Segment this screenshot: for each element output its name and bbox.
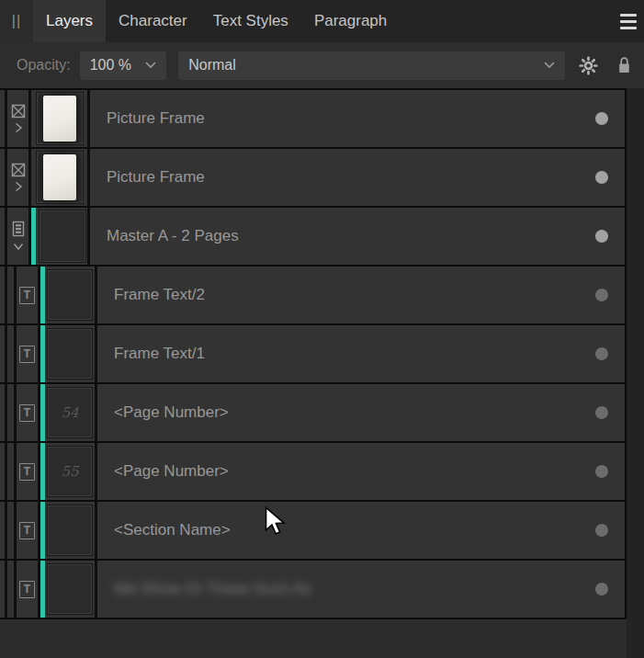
visibility-dot[interactable] [595, 230, 608, 243]
chevron-down-icon [145, 62, 156, 69]
row-edge [0, 149, 7, 206]
layer-thumbnail: 55 [40, 443, 97, 500]
layer-controls-row: Opacity: 100 % Normal [0, 42, 644, 88]
row-indent [7, 325, 17, 382]
row-indent [7, 384, 17, 441]
tab-layers[interactable]: Layers [33, 0, 106, 42]
master-page-icon [11, 221, 26, 237]
text-layer-icon: T [19, 463, 35, 481]
visibility-dot[interactable] [595, 112, 608, 125]
tab-text-styles[interactable]: Text Styles [200, 0, 301, 42]
row-edge [0, 90, 7, 147]
selection-stripe [40, 384, 45, 441]
thumbnail-empty [48, 329, 92, 379]
thumbnail-empty [48, 505, 92, 555]
row-edge [0, 267, 7, 323]
expand-chevron-right-icon[interactable] [12, 180, 25, 193]
thumbnail-empty [48, 564, 92, 614]
layer-thumbnail [40, 325, 97, 382]
row-edge [0, 325, 7, 382]
text-layer-icon: T [19, 287, 35, 304]
tab-character[interactable]: Character [106, 0, 200, 42]
panel-bottom-area [0, 638, 627, 658]
row-edge [0, 208, 7, 265]
thumbnail-page-number: 54 [61, 404, 78, 421]
text-layer-icon: T [19, 346, 35, 363]
expand-chevron-right-icon[interactable] [12, 121, 25, 134]
row-edge [0, 384, 7, 441]
thumbnail-photo [43, 154, 76, 200]
layer-thumbnail: 54 [40, 384, 97, 441]
row-edge [0, 561, 7, 618]
thumbnail-page-number: 55 [61, 463, 78, 480]
layer-row-section-name[interactable]: T <Section Name> [0, 502, 627, 561]
row-edge [0, 443, 7, 500]
blend-mode-value: Normal [188, 57, 236, 74]
tab-paragraph[interactable]: Paragraph [301, 0, 400, 42]
layer-row-frame-text-2[interactable]: T Frame Text/2 [0, 267, 627, 325]
opacity-label: Opacity: [17, 57, 71, 74]
row-indent [7, 561, 17, 618]
selection-stripe [31, 208, 36, 265]
lock-icon[interactable] [614, 56, 635, 74]
row-indent [7, 443, 17, 500]
layers-list: Picture Frame Picture Frame [0, 88, 627, 619]
picture-frame-icon [11, 104, 26, 119]
layer-label: <Section Name> [97, 502, 579, 559]
visibility-dot[interactable] [595, 406, 608, 419]
opacity-value: 100 % [90, 57, 131, 74]
visibility-dot[interactable] [595, 347, 608, 360]
opacity-dropdown[interactable]: 100 % [80, 51, 167, 80]
blend-mode-dropdown[interactable]: Normal [178, 51, 564, 80]
visibility-dot[interactable] [595, 583, 608, 596]
text-layer-icon: T [19, 404, 35, 422]
text-layer-icon: T [19, 522, 35, 539]
selection-stripe [40, 443, 45, 500]
layer-label-blurred: We Show Or These Such As [97, 561, 579, 618]
layer-row-picture-frame-1[interactable]: Picture Frame [0, 90, 627, 149]
thumbnail-empty [48, 270, 92, 320]
layer-thumbnail [31, 208, 90, 265]
panel-tab-bar: || Layers Character Text Styles Paragrap… [0, 0, 644, 42]
layer-row-master-a[interactable]: Master A - 2 Pages [0, 208, 627, 267]
layer-label: Frame Text/1 [97, 325, 579, 382]
chevron-down-icon [544, 62, 555, 69]
visibility-dot[interactable] [595, 171, 608, 184]
row-edge [0, 502, 7, 559]
panel-drag-handle[interactable]: || [0, 0, 33, 42]
row-indent [7, 267, 17, 323]
tabbar-spacer [400, 0, 613, 42]
expand-chevron-down-icon[interactable] [12, 240, 25, 253]
layer-thumbnail [31, 149, 90, 206]
layer-label: <Page Number> [97, 443, 579, 500]
selection-stripe [40, 325, 45, 382]
layer-row-picture-frame-2[interactable]: Picture Frame [0, 149, 627, 208]
selection-stripe [40, 502, 45, 559]
row-indent [7, 502, 17, 559]
layer-thumbnail [31, 90, 90, 147]
layer-label: Picture Frame [90, 149, 579, 206]
layer-row-page-number-55[interactable]: T 55 <Page Number> [0, 443, 627, 502]
text-layer-icon: T [19, 581, 35, 598]
hamburger-icon[interactable] [613, 0, 644, 42]
selection-stripe [40, 561, 45, 618]
thumbnail-empty [40, 210, 85, 262]
layer-row-page-number-54[interactable]: T 54 <Page Number> [0, 384, 627, 443]
picture-frame-icon [11, 163, 26, 177]
layer-thumbnail [40, 502, 97, 559]
layer-label: <Page Number> [97, 384, 579, 441]
layer-row-blurred[interactable]: T We Show Or These Such As [0, 561, 627, 619]
gear-icon[interactable] [576, 56, 601, 75]
visibility-dot[interactable] [595, 524, 608, 537]
scrollbar-track[interactable] [627, 88, 644, 658]
layer-label: Frame Text/2 [97, 267, 579, 323]
layer-row-frame-text-1[interactable]: T Frame Text/1 [0, 325, 627, 384]
layer-label: Picture Frame [90, 90, 579, 147]
visibility-dot[interactable] [595, 289, 608, 301]
selection-stripe [40, 267, 45, 323]
layer-thumbnail [40, 267, 97, 323]
layer-thumbnail [40, 561, 97, 618]
thumbnail-photo [43, 96, 76, 142]
visibility-dot[interactable] [595, 465, 608, 478]
layer-label: Master A - 2 Pages [90, 208, 579, 265]
